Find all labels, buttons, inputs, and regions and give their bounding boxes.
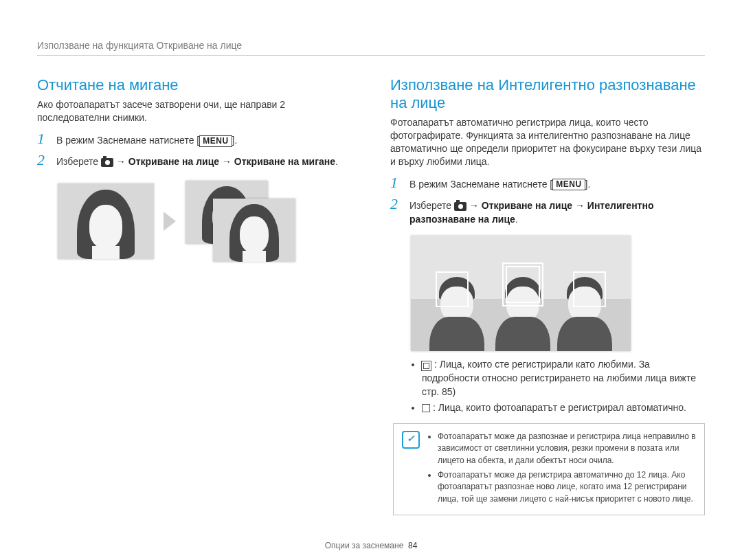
group-photo-illustration — [411, 236, 631, 351]
content-columns: Отчитане на мигане Ако фотоапаратът засе… — [37, 76, 705, 515]
face-box-3 — [573, 271, 606, 307]
right-column: Използване на Интелигентно разпознаване … — [390, 76, 705, 515]
right-intro-text: Фотоапаратът автоматично регистрира лица… — [390, 116, 705, 168]
step-text: Изберете → Откриване на лице → Откриване… — [56, 153, 338, 168]
step1-pre: В режим Заснемане натиснете [ — [56, 135, 199, 146]
legend-favorite: : Лица, които сте регистрирали като люби… — [422, 358, 705, 399]
note-box: ✓ Фотоапаратът може да разпознае и регис… — [393, 423, 705, 515]
blink-photo-before — [58, 183, 154, 259]
left-column: Отчитане на мигане Ако фотоапаратът засе… — [37, 76, 352, 515]
step-number: 1 — [390, 175, 403, 190]
step-text: В режим Заснемане натиснете [MENU]. — [56, 131, 237, 147]
double-square-icon — [423, 363, 429, 369]
right-step-1: 1 В режим Заснемане натиснете [MENU]. — [390, 175, 705, 191]
step1-post: ]. — [585, 179, 591, 190]
face-box-2-favorite — [506, 266, 540, 303]
step-text: Изберете → Откриване на лице → Интелиген… — [409, 197, 705, 227]
blink-illustration — [58, 181, 352, 262]
square-icon — [422, 404, 430, 412]
blink-photo-stack — [186, 181, 295, 262]
step-number: 2 — [37, 153, 49, 168]
legend-bullets: : Лица, които сте регистрирали като люби… — [390, 358, 705, 414]
legend-favorite-text: : Лица, които сте регистрирали като люби… — [422, 359, 696, 396]
step2-post: . — [335, 156, 338, 167]
note-item-2: Фотоапаратът може да регистрира автомати… — [438, 469, 696, 505]
step2-pre: Изберете — [409, 200, 454, 211]
legend-auto: : Лица, които фотоапаратът е регистрирал… — [422, 401, 705, 415]
page-number: 84 — [408, 541, 417, 550]
manual-page: Използване на функцията Откриване на лиц… — [0, 0, 742, 560]
left-heading: Отчитане на мигане — [37, 76, 352, 94]
step2-pre: Изберете — [56, 156, 101, 167]
menu-button-label: MENU — [552, 179, 585, 190]
left-step-1: 1 В режим Заснемане натиснете [MENU]. — [37, 131, 352, 147]
page-footer: Опции за заснемане 84 — [0, 541, 742, 550]
step-number: 2 — [390, 197, 403, 212]
note-icon: ✓ — [402, 431, 420, 449]
left-step-2: 2 Изберете → Откриване на лице → Открива… — [37, 153, 352, 168]
step2-bold: → Откриване на лице → Откриване на миган… — [113, 156, 335, 167]
step1-post: ]. — [232, 135, 238, 146]
right-steps: 1 В режим Заснемане натиснете [MENU]. 2 … — [390, 175, 705, 227]
right-heading: Използване на Интелигентно разпознаване … — [390, 76, 705, 112]
menu-button-label: MENU — [199, 135, 232, 147]
camera-icon — [101, 158, 113, 167]
step-number: 1 — [37, 131, 49, 146]
step-text: В режим Заснемане натиснете [MENU]. — [409, 175, 590, 191]
legend-auto-text: : Лица, които фотоапаратът е регистрирал… — [433, 402, 686, 413]
footer-label: Опции за заснемане — [325, 541, 404, 550]
note-item-1: Фотоапаратът може да разпознае и регистр… — [438, 431, 696, 467]
step1-pre: В режим Заснемане натиснете [ — [409, 179, 552, 190]
breadcrumb: Използване на функцията Откриване на лиц… — [37, 40, 705, 56]
right-step-2: 2 Изберете → Откриване на лице → Интелиг… — [390, 197, 705, 227]
step2-post: . — [515, 214, 518, 225]
left-steps: 1 В режим Заснемане натиснете [MENU]. 2 … — [37, 131, 352, 169]
face-box-1 — [436, 271, 469, 307]
camera-icon — [454, 202, 466, 211]
blink-photo-after-2 — [213, 199, 295, 262]
arrow-right-icon — [164, 212, 176, 231]
note-list: Фотоапаратът може да разпознае и регистр… — [427, 431, 696, 508]
left-intro-text: Ако фотоапаратът засече затворени очи, щ… — [37, 98, 352, 124]
